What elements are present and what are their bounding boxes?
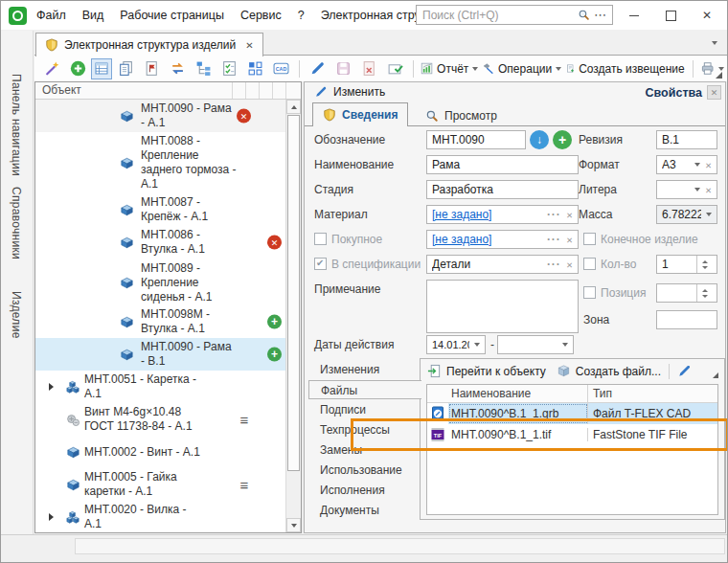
tab-close-icon[interactable]: [245, 40, 253, 51]
apply-button[interactable]: [382, 58, 407, 79]
stage-field[interactable]: Разработка: [426, 180, 579, 199]
menu-work-pages[interactable]: Рабочие страницы: [120, 9, 224, 22]
in-spec-checkbox[interactable]: [314, 258, 327, 270]
menu-service[interactable]: Сервис: [240, 9, 282, 22]
browse-icon[interactable]: [542, 208, 561, 221]
chevron-down-icon[interactable]: [706, 213, 712, 216]
edit-file-button[interactable]: [674, 364, 694, 378]
position-stepper[interactable]: [656, 283, 717, 303]
flag-column-header[interactable]: [245, 82, 259, 99]
tree-row-selected[interactable]: МНТ.0090 - Рама - В.1: [35, 338, 285, 371]
list-view-button[interactable]: [91, 58, 112, 79]
material-link[interactable]: [не задано]: [432, 208, 542, 221]
browse-icon[interactable]: [542, 233, 561, 246]
edit-button[interactable]: Изменить: [314, 85, 385, 99]
flag-column-header[interactable]: [272, 82, 285, 99]
menu-badge-icon[interactable]: [237, 478, 252, 492]
tree-row[interactable]: МНТ.0090 - Рама - А.1: [35, 100, 285, 132]
tree-row[interactable]: Винт М4-6g×10.48 ГОСТ 11738-84 - А.1: [35, 403, 285, 436]
final-product-checkbox[interactable]: [583, 233, 596, 245]
operations-button[interactable]: Операции: [481, 58, 563, 79]
close-button[interactable]: [689, 1, 725, 30]
tree-row[interactable]: МНТ.0020 - Вилка - А.1: [35, 501, 285, 532]
spinner-icons[interactable]: [696, 284, 712, 302]
flag-column-header[interactable]: [232, 82, 245, 99]
menu-view[interactable]: Вид: [82, 9, 104, 22]
search-input[interactable]: [417, 9, 578, 22]
purchased-checkbox[interactable]: [314, 233, 327, 245]
rail-references[interactable]: Справочники: [10, 187, 23, 259]
copy-button[interactable]: [113, 58, 138, 79]
menu-help[interactable]: ?: [298, 9, 305, 22]
clear-icon[interactable]: [561, 208, 573, 221]
section-tab-documents[interactable]: Документы: [308, 501, 421, 520]
clear-icon[interactable]: [700, 183, 712, 196]
chevron-down-icon[interactable]: [562, 343, 568, 347]
name-field[interactable]: Рама: [426, 155, 579, 174]
section-tab-configurations[interactable]: Исполнения: [308, 481, 421, 500]
edit-button[interactable]: [305, 58, 330, 79]
section-tab-usage[interactable]: Использование: [308, 461, 421, 480]
panel-close-icon[interactable]: [707, 85, 721, 100]
purchased-field[interactable]: [не задано]: [426, 230, 579, 249]
material-field[interactable]: [не задано]: [426, 205, 579, 224]
files-overflow-icon[interactable]: [713, 372, 718, 378]
format-combo[interactable]: А3: [656, 155, 717, 174]
clear-icon[interactable]: [700, 158, 712, 171]
column-header-object[interactable]: Объект: [35, 82, 232, 99]
revision-field[interactable]: В.1: [656, 130, 717, 149]
tab-list-dropdown-icon[interactable]: [712, 41, 717, 45]
date-from-combo[interactable]: 14.01.202: [426, 335, 486, 354]
mass-combo[interactable]: 6.78222: [656, 205, 717, 224]
flag-document-button[interactable]: [139, 58, 164, 79]
chevron-down-icon[interactable]: [474, 343, 480, 347]
tree-row[interactable]: МНТ.0088 - Крепление заднего тормоза - А…: [35, 132, 285, 193]
section-tab-changes[interactable]: Изменения: [308, 360, 421, 379]
layout-button[interactable]: [242, 58, 267, 79]
checklist-button[interactable]: [216, 58, 241, 79]
designation-field[interactable]: МНТ.0090: [426, 130, 526, 149]
create-file-button[interactable]: Создать файл...: [554, 364, 664, 378]
tree-row[interactable]: МНТ.0089 - Крепление сиденья - А.1: [35, 259, 285, 305]
add-version-button[interactable]: [553, 130, 572, 149]
note-textarea[interactable]: [426, 280, 579, 333]
scroll-up-icon[interactable]: [286, 100, 301, 114]
cad-button[interactable]: [268, 58, 293, 79]
maximize-button[interactable]: [652, 1, 689, 30]
search-options-icon[interactable]: [594, 9, 606, 21]
litera-combo[interactable]: [656, 180, 717, 199]
menu-file[interactable]: Файл: [36, 9, 66, 22]
section-tab-signatures[interactable]: Подписи: [308, 400, 421, 419]
delete-button[interactable]: [356, 58, 381, 79]
report-button[interactable]: Отчёт: [419, 58, 480, 79]
quantity-checkbox[interactable]: [583, 258, 596, 270]
tab-preview[interactable]: Просмотр: [416, 105, 507, 125]
toolbar-overflow-icon[interactable]: [716, 72, 722, 79]
expand-arrow-icon[interactable]: [49, 383, 54, 391]
tree-scrollbar[interactable]: [285, 100, 301, 532]
structure-button[interactable]: [191, 58, 216, 79]
scrollbar-thumb[interactable]: [287, 115, 300, 471]
create-notice-button[interactable]: Создать извещение: [564, 58, 686, 79]
rail-navigation-panel[interactable]: Панель навигации: [10, 74, 23, 176]
browse-icon[interactable]: [542, 258, 561, 271]
rail-product[interactable]: Изделие: [10, 291, 23, 339]
tab-details[interactable]: Сведения: [312, 102, 408, 126]
quantity-stepper[interactable]: 1: [656, 255, 717, 274]
swap-button[interactable]: [165, 58, 190, 79]
tree-row[interactable]: МНТ.0087 - Крепёж - А.1: [35, 193, 285, 226]
purchased-link[interactable]: [не задано]: [432, 233, 542, 246]
add-button[interactable]: [65, 58, 90, 79]
version-down-button[interactable]: [530, 130, 549, 149]
tree-row[interactable]: МНТ.0002 - Винт - А.1: [35, 436, 285, 468]
minimize-button[interactable]: [616, 1, 652, 30]
expand-arrow-icon[interactable]: [49, 513, 54, 521]
wizard-button[interactable]: [39, 58, 64, 79]
type-column-header[interactable]: Тип: [588, 385, 717, 402]
flag-column-header[interactable]: [259, 82, 272, 99]
clear-icon[interactable]: [561, 258, 573, 271]
goto-object-button[interactable]: Перейти к объекту: [424, 364, 549, 378]
tab-product-structure[interactable]: Электронная структура изделий: [35, 33, 263, 56]
section-tab-files[interactable]: Файлы: [308, 380, 421, 399]
tree-row[interactable]: МНТ.0098М - Втулка - А.1: [35, 305, 285, 338]
